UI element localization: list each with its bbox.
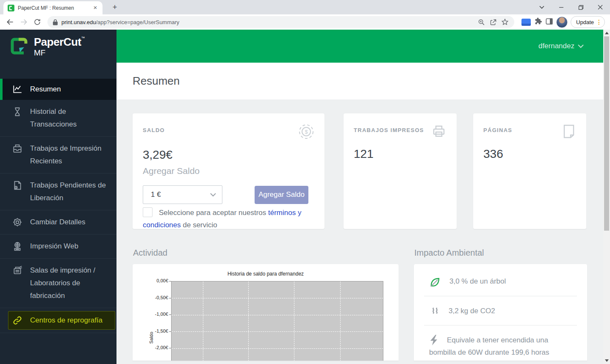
impact-row-tree: 3,0 % de un árbol <box>424 267 577 296</box>
forward-button[interactable] <box>17 15 30 29</box>
ytick-1: -0,50€ <box>134 295 168 300</box>
url-text: print.unav.edu/app?service=page/UserSumm… <box>61 19 179 25</box>
highlighted-link: Centros de reprografía <box>8 312 115 329</box>
sidebar-nav: Resumen Historial de Transacciones Traba… <box>0 79 116 333</box>
sidebar-item-label: Salas de impresión / Laboratorios de fab… <box>30 264 110 302</box>
paginas-value: 336 <box>483 147 576 161</box>
impact-card: 3,0 % de un árbol 3,2 kg de CO2 Equivale… <box>414 264 587 361</box>
agregar-saldo-subtitle: Agregar Saldo <box>143 166 314 176</box>
bookmark-star-icon[interactable] <box>499 16 511 28</box>
extensions-puzzle-icon[interactable] <box>534 17 542 27</box>
page-icon <box>562 124 576 139</box>
tab-search-chevron-icon[interactable] <box>532 0 552 14</box>
impact-text: 3,0 % de un árbol <box>449 277 506 285</box>
side-panel-icon[interactable] <box>545 17 553 27</box>
impact-text: Equivale a tener encendida una bombilla … <box>429 336 549 357</box>
address-bar[interactable]: print.unav.edu/app?service=page/UserSumm… <box>47 16 514 28</box>
page-title: Resumen <box>133 74 180 88</box>
browser-tab[interactable]: PaperCut MF : Resumen × <box>3 1 103 14</box>
terms-row: Seleccione para aceptar nuestros término… <box>143 207 316 231</box>
agregar-saldo-button[interactable]: Agregar Saldo <box>255 186 308 204</box>
amount-select-value: 1 € <box>151 190 161 199</box>
sidebar-item-resumen[interactable]: Resumen <box>0 79 116 100</box>
sidebar-item-impresion-web[interactable]: Impresión Web <box>0 234 116 258</box>
paginas-card-header: PÁGINAS <box>483 124 576 139</box>
restore-button[interactable] <box>571 0 591 14</box>
reload-button[interactable] <box>30 15 44 29</box>
brand-tm: ™ <box>81 36 85 40</box>
activity-section: Actividad Historia de saldo para dfernan… <box>133 248 399 361</box>
select-chevron-icon <box>210 193 216 197</box>
close-window-button[interactable] <box>591 0 610 14</box>
y-axis-label: Saldo <box>149 332 154 344</box>
terms-checkbox[interactable] <box>143 207 152 217</box>
page-title-band: Resumen <box>116 63 603 99</box>
profile-avatar[interactable] <box>556 17 568 28</box>
lower-sections-row: Actividad Historia de saldo para dfernan… <box>133 248 603 361</box>
pinned-extension-icon[interactable] <box>521 19 531 26</box>
brand-name: PaperCut <box>34 36 81 48</box>
browser-window: PaperCut MF : Resumen × + <box>0 0 610 364</box>
impact-heading: Impacto Ambiental <box>414 248 587 258</box>
gridline-v <box>294 281 294 361</box>
balance-history-chart: Historia de saldo para dfernandez 0,00€ … <box>133 264 399 361</box>
ytick-0: 0,00€ <box>134 278 168 283</box>
toolbar-right-icons: Update ⋮ <box>521 16 605 28</box>
url-path: /app?service=page/UserSummary <box>96 19 179 25</box>
user-menu-label[interactable]: dfernandez <box>538 42 574 50</box>
new-tab-button[interactable]: + <box>110 3 119 12</box>
saldo-card: SALDO $ 3,29€ Agregar Saldo 1 € Agregar … <box>133 113 324 229</box>
document-clock-icon <box>12 180 23 191</box>
impact-text: 3,2 kg de CO2 <box>449 307 495 315</box>
sidebar-item-centros-reprografia[interactable]: Centros de reprografía <box>0 308 116 333</box>
hourglass-icon <box>12 106 23 117</box>
chevron-down-icon[interactable] <box>578 44 584 48</box>
terms-text-2: de servicio <box>181 221 217 229</box>
browser-toolbar: print.unav.edu/app?service=page/UserSumm… <box>0 14 610 30</box>
sidebar-item-label: Impresión Web <box>30 240 110 253</box>
trabajos-value: 121 <box>354 147 446 161</box>
sidebar-item-salas-impresion[interactable]: Salas de impresión / Laboratorios de fab… <box>0 258 116 308</box>
impact-section: Impacto Ambiental 3,0 % de un árbol 3,2 … <box>414 248 587 361</box>
zoom-icon[interactable] <box>475 16 487 28</box>
tab-close-icon[interactable]: × <box>92 4 99 12</box>
scroll-up-arrow-icon[interactable] <box>603 30 610 36</box>
co2-icon <box>429 305 442 318</box>
trabajos-card-title: TRABAJOS IMPRESOS <box>354 124 424 133</box>
tab-title: PaperCut MF : Resumen <box>18 5 92 11</box>
update-button[interactable]: Update ⋮ <box>571 16 605 28</box>
trabajos-impresos-card: TRABAJOS IMPRESOS 121 <box>344 113 457 229</box>
sidebar: PaperCut™ MF Resumen Historial de Transa… <box>0 30 116 364</box>
gridline-v <box>248 281 249 361</box>
copier-icon <box>12 265 23 276</box>
gridline-v <box>340 281 341 361</box>
sidebar-item-historial-transacciones[interactable]: Historial de Transacciones <box>0 100 116 136</box>
amount-select[interactable]: 1 € <box>143 185 222 204</box>
minimize-button[interactable] <box>552 0 571 14</box>
sidebar-item-label: Trabajos de Impresión Recientes <box>30 142 110 168</box>
scrollbar-thumb[interactable] <box>604 36 609 231</box>
chart-plot-area <box>171 281 383 361</box>
sidebar-item-trabajos-recientes[interactable]: Trabajos de Impresión Recientes <box>0 136 116 173</box>
sidebar-item-trabajos-pendientes[interactable]: Trabajos Pendientes de Liberación <box>0 173 116 210</box>
bolt-icon <box>429 334 440 346</box>
terms-text-1: Seleccione para aceptar nuestros <box>159 209 268 217</box>
browser-menu-dots-icon[interactable]: ⋮ <box>596 19 602 25</box>
page-scrollbar[interactable] <box>603 30 610 364</box>
impact-row-energy: Equivale a tener encendida una bombilla … <box>424 325 577 361</box>
sidebar-item-label: Centros de reprografía <box>30 314 111 327</box>
share-icon[interactable] <box>487 16 499 28</box>
line-chart-icon <box>12 84 23 95</box>
page-content: SALDO $ 3,29€ Agregar Saldo 1 € Agregar … <box>116 99 603 364</box>
ytick-4: -2,00€ <box>134 345 168 350</box>
brand-sub: MF <box>34 49 85 57</box>
gear-icon <box>12 217 23 228</box>
back-button[interactable] <box>3 15 17 29</box>
scroll-down-arrow-icon[interactable] <box>603 357 610 364</box>
url-host: print.unav.edu <box>61 19 96 25</box>
top-header-bar: dfernandez <box>116 30 603 63</box>
lock-icon <box>53 19 58 25</box>
sidebar-item-cambiar-detalles[interactable]: Cambiar Detalles <box>0 210 116 234</box>
tab-strip: PaperCut MF : Resumen × + <box>0 0 610 14</box>
papercut-logo-icon <box>9 36 29 56</box>
